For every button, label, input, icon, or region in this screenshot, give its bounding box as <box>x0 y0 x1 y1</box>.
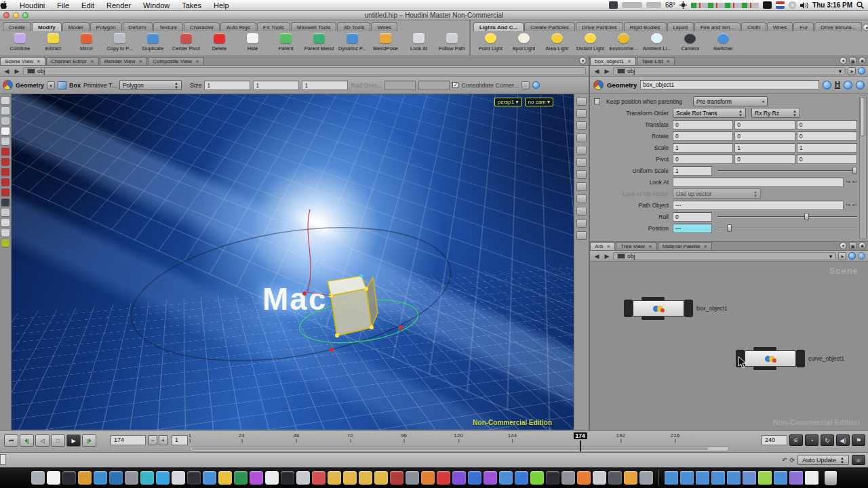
shelf-tab[interactable]: Texture <box>153 22 183 31</box>
help-icon[interactable] <box>856 81 865 89</box>
viewport-display-icon[interactable] <box>576 146 587 155</box>
pivot-x-field[interactable]: 0 <box>673 155 733 164</box>
shelf-tool[interactable]: Copy to P... <box>104 33 136 52</box>
scale-z-field[interactable]: 1 <box>797 143 857 152</box>
viewport-display-icon[interactable] <box>576 207 587 216</box>
spotlight-icon[interactable] <box>856 1 864 9</box>
close-tab-icon[interactable]: ✕ <box>37 59 41 64</box>
dock-document-icon[interactable] <box>680 471 694 485</box>
viewport-display-icon[interactable] <box>576 134 587 142</box>
stop-button[interactable]: □ <box>51 434 65 447</box>
keyframe-flag-icon[interactable]: ⚑ <box>852 434 865 446</box>
op-jump-icon[interactable]: ↩ <box>852 202 857 208</box>
op-pick-icon[interactable]: ↪ <box>846 179 851 185</box>
dock-document-icon[interactable] <box>743 471 756 485</box>
dock-app-icon[interactable] <box>546 471 559 485</box>
shelf-tab[interactable]: Drive Particles <box>576 22 623 31</box>
viewport-display-icon[interactable] <box>576 158 587 167</box>
shelf-tool[interactable]: Look At <box>403 33 435 52</box>
dock-app-icon[interactable] <box>109 471 123 485</box>
dock-app-icon[interactable] <box>140 471 154 485</box>
shelf-tab[interactable]: Auto Rigs <box>220 22 256 31</box>
houdini-help-icon[interactable]: H <box>835 81 840 89</box>
nav-back-icon[interactable]: ◀ <box>3 68 11 75</box>
viewport-display-icon[interactable] <box>576 231 587 240</box>
zoom-network-icon[interactable] <box>858 252 865 260</box>
maximize-pane-icon[interactable]: ▣ <box>849 57 856 64</box>
look-at-field[interactable] <box>673 178 844 187</box>
shelf-tool[interactable]: Mirror <box>71 33 102 52</box>
viewport-display-icon[interactable] <box>576 97 587 106</box>
dock-app-icon[interactable] <box>328 471 341 485</box>
menu-item[interactable]: Edit <box>75 1 100 9</box>
dock-app-icon[interactable] <box>343 471 357 485</box>
dock-app-icon[interactable] <box>406 471 419 485</box>
dock-app-icon[interactable] <box>156 471 170 485</box>
dock-app-icon[interactable] <box>452 471 466 485</box>
apple-menu-icon[interactable] <box>0 1 14 9</box>
shelf-tab[interactable]: FX Tools <box>257 22 290 31</box>
close-tab-icon[interactable]: ✕ <box>138 59 142 64</box>
shelf-tab[interactable]: Wires <box>371 22 397 31</box>
dock-app-icon[interactable] <box>561 471 575 485</box>
pane-tab[interactable]: Material Palette✕ <box>658 242 712 250</box>
dock-document-icon[interactable] <box>805 471 818 485</box>
playbar-options-icon[interactable]: ⚟ <box>789 434 803 446</box>
menu-item[interactable]: Help <box>208 1 235 9</box>
dock-document-icon[interactable] <box>711 471 725 485</box>
position-slider[interactable] <box>717 224 857 232</box>
menu-item[interactable]: Takes <box>176 1 208 9</box>
dock-document-icon[interactable] <box>774 471 787 485</box>
viewport-display-icon[interactable] <box>576 182 587 191</box>
keep-position-checkbox[interactable] <box>594 98 600 104</box>
shelf-tab[interactable]: Polygon <box>90 22 122 31</box>
rotate-y-field[interactable]: 0 <box>734 131 795 141</box>
prev-key-button[interactable]: ⏴| <box>20 434 34 447</box>
size-z-field[interactable]: 1 <box>302 81 348 90</box>
timeline-ruler[interactable]: 124487296120144192216 174 <box>190 432 729 445</box>
close-tab-icon[interactable]: ✕ <box>627 59 631 64</box>
nav-forward-icon[interactable]: ▶ <box>603 68 611 75</box>
shelf-tool[interactable]: Follow Path <box>436 33 468 52</box>
viewport-tool-icon[interactable] <box>1 127 9 135</box>
memory-gauge-icon[interactable]: ☏ <box>852 455 865 465</box>
primitive-type-dropdown[interactable]: Polygon ▲▼ <box>119 80 182 90</box>
shelf-tab[interactable]: Create Particles <box>524 22 575 31</box>
shelf-tab[interactable]: Lights And C... <box>473 22 524 31</box>
shelf-tool[interactable]: Area Light <box>541 33 573 52</box>
dock-app-icon[interactable] <box>31 471 45 485</box>
shelf-tab[interactable]: 3D Tools <box>337 22 370 31</box>
dock-app-icon[interactable] <box>78 471 92 485</box>
shelf-tool[interactable]: Delete <box>203 33 235 52</box>
current-frame-marker[interactable]: 174 <box>573 432 587 439</box>
roll-field[interactable]: 0 <box>673 212 712 222</box>
size-y-field[interactable]: 1 <box>253 81 299 90</box>
auto-update-dropdown[interactable]: Auto Update ▲▼ <box>797 455 849 465</box>
dock-app-icon[interactable] <box>468 471 481 485</box>
node-name-field[interactable]: box_object1 <box>640 80 819 89</box>
viewport-tool-icon[interactable] <box>1 138 9 145</box>
pane-tab[interactable]: box_object1✕ <box>590 57 636 65</box>
shelf-tool[interactable]: Point Light <box>475 33 507 52</box>
path-dropdown-icon[interactable]: ▾ <box>829 253 832 260</box>
dock-app-icon[interactable] <box>499 471 513 485</box>
shelf-tool[interactable]: Parent <box>270 33 302 52</box>
viewport-3d-scene[interactable]: Mac persp1 ▾ <box>12 94 574 430</box>
shelf-tab[interactable]: Model <box>62 22 90 31</box>
dock-app-icon[interactable] <box>172 471 185 485</box>
uniform-scale-slider[interactable] <box>717 166 857 175</box>
frame-range-slider[interactable] <box>190 446 729 451</box>
node-right-flags[interactable] <box>684 300 693 317</box>
play-button[interactable]: ▶ <box>66 434 81 447</box>
loop-mode-icon[interactable]: ↻ <box>821 434 834 446</box>
close-tab-icon[interactable]: ✕ <box>648 244 652 249</box>
window-title-bar[interactable]: untitled.hip – Houdini Master Non-Commer… <box>0 11 868 20</box>
roll-slider[interactable] <box>717 212 857 221</box>
shelf-tool[interactable]: Dynamic P... <box>336 33 368 52</box>
volume-icon[interactable] <box>800 2 808 9</box>
rotate-x-field[interactable]: 0 <box>673 131 733 141</box>
sync-icon[interactable] <box>848 252 856 260</box>
dock-app-icon[interactable] <box>421 471 435 485</box>
pretransform-dropdown[interactable]: Pre-transform ▾ <box>693 96 768 106</box>
nav-back-icon[interactable]: ◀ <box>593 68 601 75</box>
